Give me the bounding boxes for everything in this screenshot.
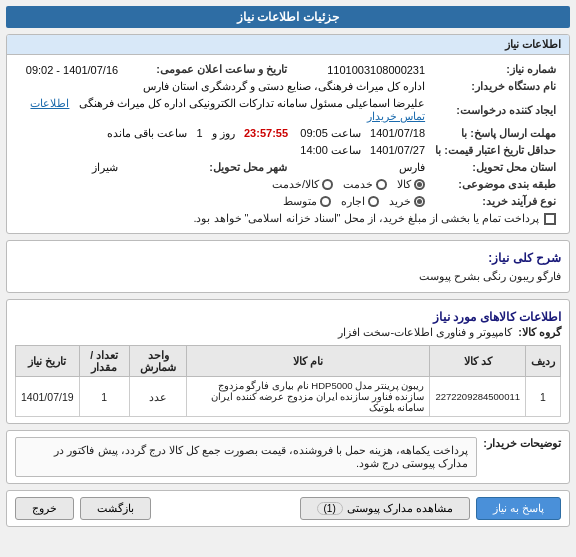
left-buttons: پاسخ به نیاز مشاهده مدارک پیوستی (1) — [300, 497, 562, 520]
radio-kala-khedmat[interactable]: کالا/خدمت — [272, 178, 333, 191]
order-info-header: اطلاعات نیاز — [7, 35, 569, 55]
mail-button[interactable]: مشاهده مدارک پیوستی (1) — [300, 497, 470, 520]
radio-kharid-circle — [414, 196, 425, 207]
order-info-body: شماره نیاز: 1101003108000231 تاریخ و ساع… — [7, 55, 569, 233]
description-body: شرح کلی نیاز: فارگو ریبون رنگی بشرح پیوس… — [7, 241, 569, 292]
top-bar-title: جزئیات اطلاعات نیاز — [237, 10, 339, 24]
radio-khedmat[interactable]: خدمت — [343, 178, 387, 191]
col-unit: واحد شمارش — [129, 346, 186, 377]
exit-button[interactable]: خروج — [15, 497, 74, 520]
table-row: 1 2272209284500011 ریبون پرینتر مدل HDP5… — [16, 377, 561, 417]
table-row: حداقل تاریخ اعتبار قیمت: با 1401/07/27 س… — [15, 142, 561, 159]
cell-unit: عدد — [129, 377, 186, 417]
table-row: نام دستگاه خریدار: اداره کل میراث فرهنگی… — [15, 78, 561, 95]
remaining-time: 23:57:55 — [244, 127, 288, 139]
radio-kala-khedmat-circle — [322, 179, 333, 190]
radio-kala-label: کالا — [397, 178, 411, 191]
checkbox-note-text: پرداخت تمام یا بخشی از مبلغ خرید، از محل… — [193, 212, 539, 225]
datetime-label: تاریخ و ساعت اعلان عمومی: — [123, 61, 302, 78]
checkbox-note-item[interactable]: پرداخت تمام یا بخشی از مبلغ خرید، از محل… — [20, 212, 556, 225]
checkbox-row: پرداخت تمام یا بخشی از مبلغ خرید، از محل… — [15, 210, 561, 227]
table-row: نوع فرآیند خرید: خرید اجاره — [15, 193, 561, 210]
table-row: شماره نیاز: 1101003108000231 تاریخ و ساع… — [15, 61, 561, 78]
cell-name: ریبون پرینتر مدل HDP5000 نام بیاری فارگو… — [187, 377, 430, 417]
table-row: پرداخت تمام یا بخشی از مبلغ خرید، از محل… — [15, 210, 561, 227]
mail-count: (1) — [317, 502, 343, 515]
col-row: ردیف — [526, 346, 561, 377]
radio-kala-khedmat-label: کالا/خدمت — [272, 178, 319, 191]
top-bar: جزئیات اطلاعات نیاز — [6, 6, 570, 28]
radio-ejare[interactable]: اجاره — [341, 195, 379, 208]
col-qty: تعداد / مقدار — [79, 346, 129, 377]
col-name: نام کالا — [187, 346, 430, 377]
order-type-label: نوع فرآیند خرید: — [430, 193, 561, 210]
goods-table: ردیف کد کالا نام کالا واحد شمارش تعداد /… — [15, 345, 561, 417]
bottom-actions-card: پاسخ به نیاز مشاهده مدارک پیوستی (1) باز… — [6, 490, 570, 527]
order-info-table: شماره نیاز: 1101003108000231 تاریخ و ساع… — [15, 61, 561, 227]
mail-button-label: مشاهده مدارک پیوستی — [347, 502, 453, 515]
city-value: شیراز — [15, 159, 123, 176]
goods-type-label: طبقه بندی موضوعی: — [430, 176, 561, 193]
cell-qty: 1 — [79, 377, 129, 417]
goods-type-options: کالا خدمت کالا/خدمت — [15, 176, 430, 193]
table-row: استان محل تحویل: فارس شهر محل تحویل: شیر… — [15, 159, 561, 176]
radio-kharid-label: خرید — [389, 195, 411, 208]
contact-info-label: ایجاد کننده درخواست: — [430, 95, 561, 125]
order-number-label: شماره نیاز: — [430, 61, 561, 78]
radio-khedmat-label: خدمت — [343, 178, 373, 191]
notes-card: توضیحات خریدار: پرداخت یکماهه، هزینه حمل… — [6, 430, 570, 484]
order-number-value: 1101003108000231 — [302, 61, 430, 78]
cell-code: 2272209284500011 — [430, 377, 526, 417]
description-card: شرح کلی نیاز: فارگو ریبون رنگی بشرح پیوس… — [6, 240, 570, 293]
city-label: شهر محل تحویل: — [123, 159, 302, 176]
col-date: تاریخ نیاز — [16, 346, 80, 377]
contact-info-value: علیرضا اسماعیلی مسئول سامانه تدارکات الک… — [15, 95, 430, 125]
buyer-name-label: نام دستگاه خریدار: — [430, 78, 561, 95]
radio-kala-circle — [414, 179, 425, 190]
goods-info-title: اطلاعات کالاهای مورد نیاز — [15, 306, 561, 326]
col-code: کد کالا — [430, 346, 526, 377]
buyer-name-value: اداره کل میراث فرهنگی، صنایع دستی و گردش… — [15, 78, 430, 95]
notes-text: پرداخت یکماهه، هزینه حمل با فروشنده، قیم… — [15, 437, 477, 477]
order-type-radio-group: خرید اجاره متوسط — [20, 195, 425, 208]
radio-ejare-label: اجاره — [341, 195, 365, 208]
bottom-buttons-row: پاسخ به نیاز مشاهده مدارک پیوستی (1) باز… — [7, 491, 569, 526]
category-row: گروه کالا: کامپیوتر و فناوری اطلاعات-سخت… — [15, 326, 561, 339]
reply-button[interactable]: پاسخ به نیاز — [476, 497, 561, 520]
send-date-label: مهلت ارسال پاسخ: با — [430, 125, 561, 142]
goods-type-radio-group: کالا خدمت کالا/خدمت — [20, 178, 425, 191]
description-title: شرح کلی نیاز: — [15, 247, 561, 267]
notes-body: توضیحات خریدار: پرداخت یکماهه، هزینه حمل… — [7, 431, 569, 483]
notes-row: توضیحات خریدار: پرداخت یکماهه، هزینه حمل… — [15, 437, 561, 477]
max-date-value: 1401/07/27 ساعت 14:00 — [15, 142, 430, 159]
province-label: استان محل تحویل: — [430, 159, 561, 176]
notes-label: توضیحات خریدار: — [483, 437, 561, 450]
radio-kharid[interactable]: خرید — [389, 195, 425, 208]
max-date-label: حداقل تاریخ اعتبار قیمت: با — [430, 142, 561, 159]
goods-info-card: اطلاعات کالاهای مورد نیاز گروه کالا: کام… — [6, 299, 570, 424]
cell-row: 1 — [526, 377, 561, 417]
category-value: کامپیوتر و فناوری اطلاعات-سخت افزار — [338, 326, 512, 339]
radio-motavasset[interactable]: متوسط — [283, 195, 331, 208]
right-buttons: بازگشت خروج — [15, 497, 151, 520]
radio-khedmat-circle — [376, 179, 387, 190]
send-time-label: ساعت — [331, 127, 361, 139]
radio-motavasset-circle — [320, 196, 331, 207]
radio-kala[interactable]: کالا — [397, 178, 425, 191]
radio-ejare-circle — [368, 196, 379, 207]
description-text: فارگو ریبون رنگی بشرح پیوست — [15, 267, 561, 286]
datetime-value: 1401/07/16 - 09:02 — [15, 61, 123, 78]
order-info-card: اطلاعات نیاز شماره نیاز: 110100310800023… — [6, 34, 570, 234]
table-header-row: ردیف کد کالا نام کالا واحد شمارش تعداد /… — [16, 346, 561, 377]
category-label: گروه کالا: — [518, 326, 561, 339]
table-row: مهلت ارسال پاسخ: با 1401/07/18 ساعت 09:0… — [15, 125, 561, 142]
send-date-value: 1401/07/18 ساعت 09:05 23:57:55 روز و 1 س… — [15, 125, 430, 142]
radio-motavasset-label: متوسط — [283, 195, 317, 208]
checkbox-note-box[interactable] — [544, 213, 556, 225]
table-row: ایجاد کننده درخواست: علیرضا اسماعیلی مسئ… — [15, 95, 561, 125]
back-button[interactable]: بازگشت — [80, 497, 151, 520]
page-wrapper: جزئیات اطلاعات نیاز اطلاعات نیاز شماره ن… — [0, 0, 576, 557]
order-type-options: خرید اجاره متوسط — [15, 193, 430, 210]
goods-info-body: اطلاعات کالاهای مورد نیاز گروه کالا: کام… — [7, 300, 569, 423]
table-row: طبقه بندی موضوعی: کالا خدمت — [15, 176, 561, 193]
